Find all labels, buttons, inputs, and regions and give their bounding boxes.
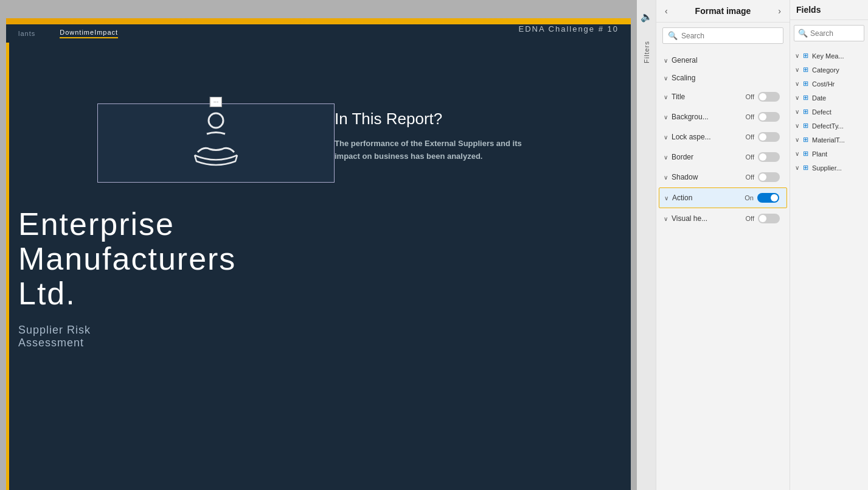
option-background-toggle[interactable]: [758, 111, 780, 122]
field-label-defect: Defect: [812, 108, 832, 116]
option-shadow-label: Shadow: [672, 173, 698, 181]
fields-list: ∨ ⊞ Key Mea... ∨ ⊞ Category ∨ ⊞ Cost/Hr …: [790, 46, 868, 490]
field-label-costhr: Cost/Hr: [812, 80, 835, 88]
chevron-date-icon: ∨: [795, 94, 799, 101]
option-border-label: Border: [672, 153, 693, 161]
option-border-toggle[interactable]: [758, 152, 780, 163]
option-background-toggle-label: Off: [746, 113, 754, 121]
table-date-icon: ⊞: [803, 94, 808, 102]
right-panel: 🔈 Filters ‹ Format image › 🔍 ∨ General: [637, 0, 868, 490]
forward-arrow-button[interactable]: ›: [777, 5, 782, 17]
format-panel-title: Format image: [695, 6, 751, 16]
nav-item-downtime[interactable]: DowntimeImpact: [60, 29, 118, 38]
option-general[interactable]: ∨ General: [659, 52, 787, 69]
left-accent-bar: [6, 43, 9, 490]
canvas-area: EDNA Challenge # 10 lants DowntimeImpact…: [0, 0, 637, 490]
fields-search-box[interactable]: 🔍: [794, 25, 864, 41]
fields-search-icon: 🔍: [798, 29, 808, 38]
option-action-toggle-label: On: [745, 194, 754, 201]
speaker-icon[interactable]: 🔈: [641, 11, 653, 23]
option-lockaspect-toggle-label: Off: [746, 133, 754, 141]
option-visualhe-toggle-label: Off: [746, 215, 754, 222]
fields-panel: Fields 🔍 ∨ ⊞ Key Mea... ∨ ⊞ Category ∨ ⊞…: [790, 0, 868, 490]
option-title-toggle[interactable]: [758, 91, 780, 102]
option-visualhe-toggle[interactable]: [758, 213, 780, 224]
content-area: ···: [6, 43, 631, 490]
field-item-supplier[interactable]: ∨ ⊞ Supplier...: [790, 161, 868, 175]
selection-handle[interactable]: ···: [210, 97, 222, 107]
chevron-defect-icon: ∨: [795, 108, 799, 115]
enterprise-name: EnterpriseManufacturersLtd.: [18, 207, 236, 312]
selected-image-element[interactable]: ···: [97, 103, 335, 183]
table-keymea-icon: ⊞: [803, 52, 808, 60]
option-border-toggle-label: Off: [746, 153, 754, 161]
report-section-title: In This Report?: [335, 110, 541, 128]
format-search-icon: 🔍: [668, 31, 678, 40]
option-background[interactable]: ∨ Backgrou... Off: [659, 107, 787, 127]
option-shadow-toggle-label: Off: [746, 173, 754, 181]
report-page: EDNA Challenge # 10 lants DowntimeImpact…: [6, 18, 631, 490]
field-label-supplier: Supplier...: [812, 164, 842, 172]
field-label-keymea: Key Mea...: [812, 52, 844, 60]
format-search-input[interactable]: [681, 32, 778, 40]
option-shadow-toggle[interactable]: [758, 172, 780, 183]
field-item-date[interactable]: ∨ ⊞ Date: [790, 91, 868, 105]
option-background-label: Backgrou...: [672, 113, 709, 121]
chevron-supplier-icon: ∨: [795, 164, 799, 171]
chevron-materialt-icon: ∨: [795, 136, 799, 143]
field-item-defectty[interactable]: ∨ ⊞ DefectTy...: [790, 119, 868, 133]
format-panel: ‹ Format image › 🔍 ∨ General ∨ Scaling: [656, 0, 790, 490]
chevron-defectty-icon: ∨: [795, 122, 799, 129]
fields-search-input[interactable]: [810, 29, 860, 38]
person-icon: [186, 110, 246, 177]
option-lockaspect-label: Lock aspe...: [672, 133, 711, 141]
table-defect-icon: ⊞: [803, 108, 808, 116]
option-action-toggle[interactable]: [757, 192, 779, 203]
orange-top-bar: [6, 18, 631, 24]
panel-header: ‹ Format image ›: [656, 0, 790, 23]
field-item-defect[interactable]: ∨ ⊞ Defect: [790, 105, 868, 119]
option-lockaspect-toggle[interactable]: [758, 131, 780, 142]
nav-bar: lants DowntimeImpact: [6, 26, 631, 41]
format-options-list: ∨ General ∨ Scaling ∨ Title Off: [656, 49, 790, 490]
chevron-general-icon: ∨: [664, 57, 668, 64]
field-item-costhr[interactable]: ∨ ⊞ Cost/Hr: [790, 77, 868, 91]
option-visual-headers[interactable]: ∨ Visual he... Off: [659, 209, 787, 228]
option-title[interactable]: ∨ Title Off: [659, 87, 787, 107]
option-lock-aspect[interactable]: ∨ Lock aspe... Off: [659, 127, 787, 147]
chevron-category-icon: ∨: [795, 66, 799, 73]
chevron-keymea-icon: ∨: [795, 52, 799, 59]
filter-strip: 🔈 Filters: [637, 0, 656, 490]
chevron-lockaspect-icon: ∨: [664, 134, 668, 141]
report-text-box: In This Report? The performance of the E…: [335, 110, 541, 163]
field-item-materialt[interactable]: ∨ ⊞ MaterialT...: [790, 133, 868, 147]
field-item-plant[interactable]: ∨ ⊞ Plant: [790, 147, 868, 161]
field-item-keymea[interactable]: ∨ ⊞ Key Mea...: [790, 49, 868, 63]
option-title-label: Title: [672, 93, 685, 101]
format-search-box[interactable]: 🔍: [662, 27, 783, 44]
chevron-scaling-icon: ∨: [664, 75, 668, 82]
option-action[interactable]: ∨ Action On: [659, 187, 787, 208]
table-defectty-icon: ⊞: [803, 122, 808, 130]
chevron-border-icon: ∨: [664, 154, 668, 161]
option-visualhe-label: Visual he...: [672, 214, 707, 223]
field-label-plant: Plant: [812, 150, 827, 158]
table-costhr-icon: ⊞: [803, 80, 808, 88]
option-border[interactable]: ∨ Border Off: [659, 147, 787, 167]
table-category-icon: ⊞: [803, 66, 808, 74]
chevron-shadow-icon: ∨: [664, 174, 668, 181]
nav-item-plants[interactable]: lants: [18, 30, 35, 37]
svg-point-0: [209, 113, 223, 128]
option-scaling[interactable]: ∨ Scaling: [659, 69, 787, 86]
field-item-category[interactable]: ∨ ⊞ Category: [790, 63, 868, 77]
enterprise-subtitle: Supplier RiskAssessment: [18, 324, 236, 349]
option-shadow[interactable]: ∨ Shadow Off: [659, 167, 787, 187]
chevron-action-icon: ∨: [664, 195, 668, 201]
back-arrow-button[interactable]: ‹: [664, 5, 669, 17]
table-materialt-icon: ⊞: [803, 136, 808, 144]
fields-panel-title: Fields: [790, 0, 868, 20]
chevron-costhr-icon: ∨: [795, 80, 799, 87]
chevron-plant-icon: ∨: [795, 150, 799, 157]
option-action-label: Action: [672, 194, 692, 202]
option-general-label: General: [672, 56, 698, 65]
